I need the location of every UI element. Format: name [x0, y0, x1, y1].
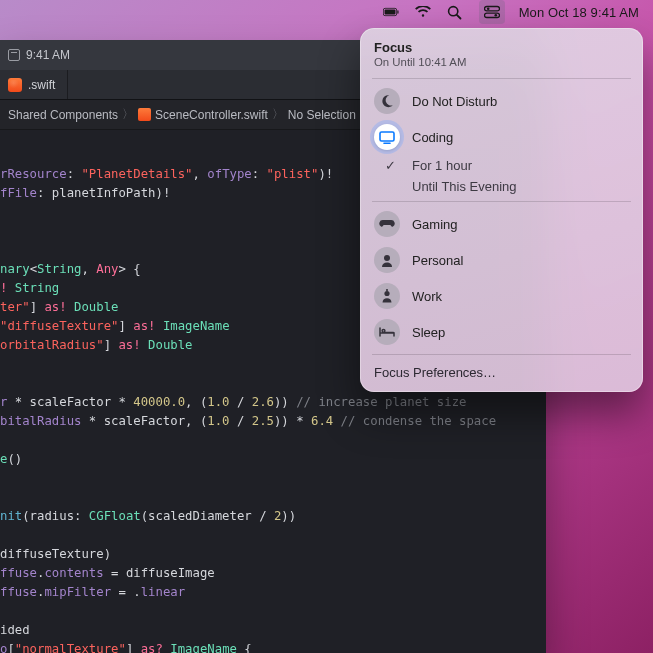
focus-header: Focus On Until 10:41 AM: [360, 38, 643, 74]
titlebar-time: 9:41 AM: [26, 48, 70, 62]
svg-line-4: [457, 14, 461, 18]
game-controller-icon: [374, 211, 400, 237]
separator: [372, 354, 631, 355]
focus-item-personal[interactable]: Personal: [360, 242, 643, 278]
focus-duration-label: For 1 hour: [412, 158, 472, 173]
focus-item-label: Personal: [412, 253, 629, 268]
display-icon: [374, 124, 400, 150]
editor-tab[interactable]: .swift: [0, 70, 68, 99]
focus-item-label: Work: [412, 289, 629, 304]
focus-subtitle: On Until 10:41 AM: [374, 56, 629, 68]
checkmark-icon: ✓: [380, 158, 400, 173]
svg-point-11: [384, 255, 390, 261]
svg-rect-2: [397, 10, 398, 13]
focus-item-coding[interactable]: Coding: [360, 119, 643, 155]
focus-panel: Focus On Until 10:41 AM Do Not Disturb C…: [360, 28, 643, 392]
focus-duration-label: Until This Evening: [412, 179, 517, 194]
svg-rect-13: [386, 289, 388, 291]
person-icon: [374, 247, 400, 273]
separator: [372, 78, 631, 79]
swift-file-icon: [8, 78, 22, 92]
person-lanyard-icon: [374, 283, 400, 309]
bed-icon: [374, 319, 400, 345]
focus-duration-option[interactable]: ✓ For 1 hour: [360, 155, 643, 176]
chevron-right-icon: 〉: [272, 106, 284, 123]
jumpbar-segment[interactable]: No Selection: [284, 108, 360, 122]
svg-rect-1: [384, 10, 395, 15]
jumpbar-segment[interactable]: Shared Components: [4, 108, 122, 122]
jumpbar-segment[interactable]: SceneController.swift: [134, 108, 272, 122]
svg-rect-5: [484, 7, 499, 11]
chevron-right-icon: 〉: [122, 106, 134, 123]
menubar-datetime[interactable]: Mon Oct 18 9:41 AM: [519, 5, 639, 20]
battery-icon[interactable]: [383, 4, 399, 20]
focus-item-label: Gaming: [412, 217, 629, 232]
focus-item-gaming[interactable]: Gaming: [360, 206, 643, 242]
separator: [372, 201, 631, 202]
menu-bar: Mon Oct 18 9:41 AM: [0, 0, 653, 24]
wifi-icon[interactable]: [415, 4, 431, 20]
focus-item-label: Sleep: [412, 325, 629, 340]
focus-title: Focus: [374, 40, 629, 55]
device-icon: [8, 49, 20, 61]
svg-point-12: [384, 291, 389, 296]
svg-point-6: [487, 7, 490, 10]
focus-duration-option[interactable]: Until This Evening: [360, 176, 643, 197]
focus-item-sleep[interactable]: Sleep: [360, 314, 643, 350]
focus-preferences-link[interactable]: Focus Preferences…: [360, 359, 643, 386]
control-center-icon[interactable]: [479, 0, 505, 24]
svg-rect-9: [380, 132, 394, 141]
search-icon[interactable]: [447, 4, 463, 20]
focus-item-label: Coding: [412, 130, 629, 145]
focus-item-dnd[interactable]: Do Not Disturb: [360, 83, 643, 119]
tab-label: .swift: [28, 78, 55, 92]
focus-item-work[interactable]: Work: [360, 278, 643, 314]
svg-point-8: [494, 14, 497, 17]
swift-file-icon: [138, 108, 151, 121]
svg-rect-7: [484, 13, 499, 17]
moon-icon: [374, 88, 400, 114]
focus-item-label: Do Not Disturb: [412, 94, 629, 109]
